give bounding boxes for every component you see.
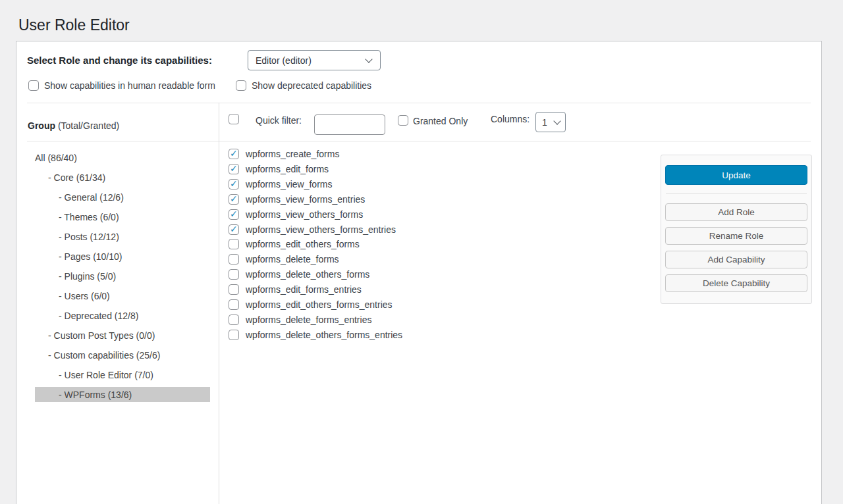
capability-row: wpforms_delete_others_forms_entries bbox=[229, 327, 402, 342]
capability-row: wpforms_view_others_forms_entries bbox=[229, 222, 402, 237]
group-tree-item-label: - Deprecated (12/8) bbox=[35, 311, 138, 321]
group-tree-item-label: - Core (61/34) bbox=[35, 172, 105, 183]
group-tree-item[interactable]: - Core (61/34) bbox=[35, 170, 210, 185]
capability-label: wpforms_edit_forms_entries bbox=[246, 284, 362, 295]
capability-checkbox[interactable] bbox=[229, 224, 239, 235]
capability-checkbox[interactable] bbox=[229, 269, 239, 280]
columns-label: Columns: bbox=[491, 114, 530, 124]
page-title: User Role Editor bbox=[18, 16, 130, 34]
capability-label: wpforms_view_others_forms bbox=[246, 209, 363, 220]
group-header-note: (Total/Granted) bbox=[55, 120, 119, 131]
group-tree: All (86/40)- Core (61/34)- General (12/6… bbox=[16, 150, 219, 407]
group-tree-item-label: - General (12/6) bbox=[35, 192, 124, 203]
select-all-checkbox[interactable] bbox=[229, 114, 239, 124]
group-tree-item[interactable]: - Themes (6/0) bbox=[35, 209, 210, 224]
group-tree-item[interactable]: All (86/40) bbox=[35, 150, 210, 165]
group-tree-item[interactable]: - General (12/6) bbox=[35, 189, 210, 205]
capability-row: wpforms_delete_others_forms bbox=[229, 267, 402, 282]
capability-label: wpforms_edit_others_forms_entries bbox=[246, 299, 393, 310]
capability-checkbox[interactable] bbox=[229, 194, 239, 205]
group-tree-item-label: All (86/40) bbox=[35, 153, 77, 163]
add-role-button[interactable]: Add Role bbox=[665, 203, 807, 221]
add-capability-button[interactable]: Add Capability bbox=[665, 251, 807, 268]
capability-row: wpforms_view_forms bbox=[229, 177, 402, 192]
user-role-editor-panel: Select Role and change its capabilities:… bbox=[16, 41, 822, 504]
group-tree-item-label: - Posts (12/12) bbox=[35, 232, 119, 242]
human-readable-label: Show capabilities in human readable form bbox=[44, 80, 215, 91]
capability-checkbox[interactable] bbox=[229, 330, 239, 340]
column-divider bbox=[219, 103, 219, 504]
columns-select[interactable]: 1 bbox=[535, 112, 566, 132]
group-tree-item[interactable]: - Deprecated (12/8) bbox=[35, 308, 210, 323]
deprecated-option[interactable]: Show deprecated capabilities bbox=[236, 80, 371, 91]
header-divider bbox=[27, 141, 811, 141]
capability-label: wpforms_delete_forms bbox=[246, 254, 339, 265]
actions-divider bbox=[666, 193, 807, 194]
capability-label: wpforms_create_forms bbox=[246, 149, 339, 159]
group-tree-item[interactable]: - Posts (12/12) bbox=[35, 229, 210, 244]
group-tree-item[interactable]: - WPForms (13/6) bbox=[35, 387, 210, 402]
capability-row: wpforms_delete_forms_entries bbox=[229, 312, 402, 327]
role-select[interactable]: Editor (editor) bbox=[248, 50, 381, 70]
group-tree-item-label: - Pages (10/10) bbox=[35, 251, 122, 262]
group-tree-item[interactable]: - Custom Post Types (0/0) bbox=[35, 328, 210, 343]
capability-checkbox[interactable] bbox=[229, 149, 239, 159]
select-role-label: Select Role and change its capabilities: bbox=[27, 55, 212, 66]
deprecated-checkbox[interactable] bbox=[236, 80, 246, 91]
capability-row: wpforms_view_others_forms bbox=[229, 207, 402, 222]
quick-filter-label: Quick filter: bbox=[256, 115, 302, 126]
capability-label: wpforms_view_others_forms_entries bbox=[246, 224, 396, 235]
capability-label: wpforms_edit_forms bbox=[246, 164, 329, 174]
capability-checkbox[interactable] bbox=[229, 315, 239, 325]
role-select-value: Editor (editor) bbox=[256, 55, 312, 66]
capability-label: wpforms_edit_others_forms bbox=[246, 239, 360, 249]
group-tree-item[interactable]: - Plugins (5/0) bbox=[35, 268, 210, 284]
update-button[interactable]: Update bbox=[665, 165, 807, 185]
group-tree-item-label: - Custom Post Types (0/0) bbox=[35, 330, 155, 341]
human-readable-option[interactable]: Show capabilities in human readable form bbox=[28, 80, 215, 91]
capability-label: wpforms_delete_others_forms_entries bbox=[246, 330, 402, 340]
capability-checkbox[interactable] bbox=[229, 254, 239, 265]
capability-checkbox[interactable] bbox=[229, 209, 239, 220]
delete-capability-button[interactable]: Delete Capability bbox=[665, 274, 807, 292]
quick-filter-input[interactable] bbox=[314, 114, 385, 135]
chevron-down-icon bbox=[553, 117, 560, 124]
capability-row: wpforms_view_forms_entries bbox=[229, 192, 402, 207]
group-tree-item-label: - Users (6/0) bbox=[35, 291, 110, 301]
capability-row: wpforms_edit_forms bbox=[229, 162, 402, 177]
capability-checkbox[interactable] bbox=[229, 299, 239, 310]
capability-list: wpforms_create_formswpforms_edit_formswp… bbox=[229, 147, 402, 342]
capability-row: wpforms_edit_forms_entries bbox=[229, 282, 402, 297]
capability-label: wpforms_delete_others_forms bbox=[246, 269, 369, 280]
group-tree-item-label: - Themes (6/0) bbox=[35, 212, 119, 222]
group-tree-item-label: - Custom capabilities (25/6) bbox=[35, 350, 160, 361]
group-header: Group (Total/Granted) bbox=[28, 120, 119, 131]
human-readable-checkbox[interactable] bbox=[28, 80, 39, 91]
columns-select-value: 1 bbox=[542, 117, 547, 128]
actions-panel: Update Add Role Rename Role Add Capabili… bbox=[661, 155, 812, 304]
group-tree-item[interactable]: - Users (6/0) bbox=[35, 288, 210, 303]
chevron-down-icon bbox=[365, 55, 372, 63]
group-tree-item-label: - WPForms (13/6) bbox=[35, 390, 132, 400]
capability-row: wpforms_edit_others_forms_entries bbox=[229, 297, 402, 312]
capability-label: wpforms_delete_forms_entries bbox=[246, 315, 371, 325]
capability-checkbox[interactable] bbox=[229, 164, 239, 174]
capability-checkbox[interactable] bbox=[229, 239, 239, 249]
filter-bar: Quick filter: Granted Only Columns: 1 bbox=[219, 103, 821, 141]
capability-row: wpforms_create_forms bbox=[229, 147, 402, 162]
capability-checkbox[interactable] bbox=[229, 284, 239, 295]
capability-label: wpforms_view_forms_entries bbox=[246, 194, 365, 205]
rename-role-button[interactable]: Rename Role bbox=[665, 227, 807, 245]
capability-row: wpforms_delete_forms bbox=[229, 252, 402, 267]
group-tree-item[interactable]: - Custom capabilities (25/6) bbox=[35, 347, 210, 363]
group-tree-item[interactable]: - User Role Editor (7/0) bbox=[35, 367, 210, 382]
capability-row: wpforms_edit_others_forms bbox=[229, 237, 402, 252]
granted-only-checkbox[interactable] bbox=[398, 115, 408, 126]
group-header-bold: Group bbox=[28, 120, 55, 131]
capability-checkbox[interactable] bbox=[229, 179, 239, 189]
group-tree-item-label: - Plugins (5/0) bbox=[35, 271, 116, 282]
role-selector-row: Select Role and change its capabilities: bbox=[27, 50, 212, 70]
deprecated-label: Show deprecated capabilities bbox=[252, 80, 371, 91]
granted-only-label: Granted Only bbox=[413, 116, 468, 126]
group-tree-item[interactable]: - Pages (10/10) bbox=[35, 249, 210, 264]
